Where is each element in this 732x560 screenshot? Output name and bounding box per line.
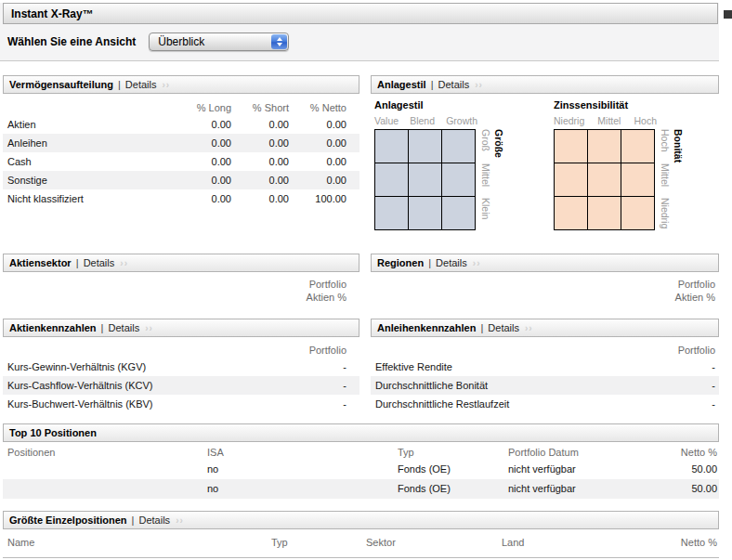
equity-style-cell: [409, 163, 441, 196]
largest-holdings-details-link[interactable]: Details: [139, 514, 171, 526]
stat-label: Kurs-Cashflow-Verhältnis (KCV): [7, 376, 153, 395]
bond-style-title: Zinssensibilität: [554, 99, 719, 113]
col-netto: % Netto: [289, 100, 346, 115]
window-corner-icon[interactable]: [724, 10, 732, 19]
asset-allocation-header: Vermögensaufteilung | Details ››: [3, 75, 359, 94]
arrow-up-icon: [277, 37, 282, 41]
empty-cell: [7, 100, 174, 115]
col-netto-pct: Netto %: [675, 446, 717, 460]
col-sektor: Sektor: [366, 535, 502, 550]
chevron-right-icon: ››: [470, 258, 481, 268]
col-short: % Short: [231, 100, 289, 115]
section-title: Größte Einzelpositionen: [9, 514, 127, 526]
table-row: Anleihen 0.00 0.00 0.00: [3, 134, 359, 152]
table-row: Cash 0.00 0.00 0.00: [3, 152, 359, 171]
row-label: Mittel: [658, 163, 672, 198]
table-row: no Fonds (OE) nicht verfügbar 50.00: [3, 479, 719, 499]
cell-value: 0.00: [174, 189, 231, 208]
sector-details-link[interactable]: Details: [84, 257, 115, 268]
section-title: Aktiensektor: [9, 257, 72, 268]
col-long: % Long: [174, 100, 231, 115]
row-label: Cash: [7, 152, 174, 171]
section-title: Vermögensaufteilung: [9, 79, 113, 90]
largest-holdings-column-headers: Name Typ Sektor Land Netto %: [3, 535, 719, 550]
equity-style-axis: Größe: [492, 129, 506, 232]
chevron-right-icon: ››: [522, 323, 533, 333]
separator: |: [74, 257, 81, 268]
stat-label: Durchschnittliche Restlaufzeit: [375, 395, 509, 413]
equity-style-cell: [375, 163, 408, 196]
cell-typ: Fonds (OE): [398, 460, 508, 479]
bond-style-cell: [621, 130, 654, 163]
cell-datum: nicht verfügbar: [508, 460, 675, 479]
section-sector: Aktiensektor | Details ›› Portfolio Akti…: [3, 254, 359, 304]
bond-style-cell: [588, 130, 621, 163]
regions-details-link[interactable]: Details: [436, 257, 467, 268]
cell-value: 100.00: [289, 189, 346, 208]
separator: |: [478, 322, 485, 333]
row-label: Hoch: [658, 129, 672, 163]
row-label: Nicht klassifiziert: [7, 189, 174, 208]
stat-row: Effektive Rendite -: [371, 358, 719, 376]
select-stepper-icon[interactable]: [271, 34, 287, 49]
row-label: Klein: [478, 198, 492, 232]
style-header: Anlagestil | Details ››: [371, 75, 719, 94]
section-regions: Regionen | Details ›› Portfolio Aktien %: [371, 254, 719, 304]
cell-value: 0.00: [231, 152, 289, 171]
equity-style-column-labels: Value Blend Growth: [374, 115, 477, 129]
equity-style-cell: [375, 130, 408, 163]
col-label: Mittel: [597, 115, 621, 129]
chevron-right-icon: ››: [173, 515, 184, 526]
equity-stats-details-link[interactable]: Details: [109, 322, 140, 333]
cell-value: 0.00: [231, 115, 289, 134]
style-details-link[interactable]: Details: [438, 79, 470, 90]
stat-value: -: [343, 376, 346, 395]
cell-netto: 50.00: [675, 479, 717, 499]
separator: |: [130, 514, 137, 526]
equity-style-row-labels: Groß Mittel Klein: [478, 129, 492, 232]
asset-allocation-details-link[interactable]: Details: [125, 79, 157, 90]
equity-style-cell: [409, 197, 441, 229]
bond-style-cell: [555, 197, 587, 229]
section-title: Anleihenkennzahlen: [377, 322, 476, 333]
col-netto-pct: Netto %: [650, 535, 717, 550]
bond-style-cell: [621, 163, 654, 196]
cell-position: [7, 460, 207, 479]
cell-value: 0.00: [174, 115, 231, 134]
cell-value: 0.00: [289, 152, 346, 171]
section-bond-stats: Anleihenkennzahlen | Details ›› Portfoli…: [371, 319, 719, 413]
stat-row: Kurs-Cashflow-Verhältnis (KCV) -: [3, 376, 359, 395]
chevron-right-icon: ››: [142, 323, 153, 333]
col-label: Value: [374, 115, 399, 129]
cell-typ: Fonds (OE): [398, 479, 508, 499]
col-label: Blend: [410, 115, 435, 129]
section-asset-allocation: Vermögensaufteilung | Details ›› % Long …: [3, 75, 359, 232]
table-row: no Fonds (OE) nicht verfügbar 50.00: [3, 460, 719, 479]
stat-value: -: [712, 376, 715, 395]
equity-style-cell: [375, 197, 408, 229]
stat-row: Durchschnittliche Bonität -: [371, 376, 719, 395]
view-select[interactable]: Überblick: [149, 33, 289, 51]
cell-value: 0.00: [289, 171, 346, 189]
asset-allocation-column-headers: % Long % Short % Netto: [3, 100, 359, 115]
bottom-divider: [3, 557, 719, 558]
cell-value: 0.00: [231, 134, 289, 152]
separator: |: [116, 79, 123, 90]
view-select-label: Wählen Sie eine Ansicht: [7, 35, 136, 48]
stat-row: Kurs-Buchwert-Verhältnis (KBV) -: [3, 395, 359, 413]
bond-stats-details-link[interactable]: Details: [488, 322, 519, 333]
bond-stats-header: Anleihenkennzahlen | Details ››: [371, 319, 719, 337]
separator: |: [426, 257, 433, 268]
section-top-positions: Top 10 Positionen Positionen ISA Typ Por…: [3, 423, 719, 499]
section-equity-stats: Aktienkennzahlen | Details ›› Portfolio …: [3, 319, 359, 413]
bond-style-cell: [588, 163, 621, 196]
stat-value: -: [343, 358, 346, 376]
col-portfolio: Portfolio: [371, 278, 715, 291]
section-largest-holdings: Größte Einzelpositionen | Details ›› Nam…: [3, 511, 719, 558]
sector-header: Aktiensektor | Details ››: [3, 254, 359, 272]
top-band: Instant X-Ray™ Wählen Sie eine Ansicht Ü…: [0, 3, 719, 61]
equity-style-cell: [409, 130, 441, 163]
stat-label: Kurs-Buchwert-Verhältnis (KBV): [7, 395, 153, 413]
table-row: Sonstige 0.00 0.00 0.00: [3, 171, 359, 189]
equity-style-cell: [442, 130, 475, 163]
